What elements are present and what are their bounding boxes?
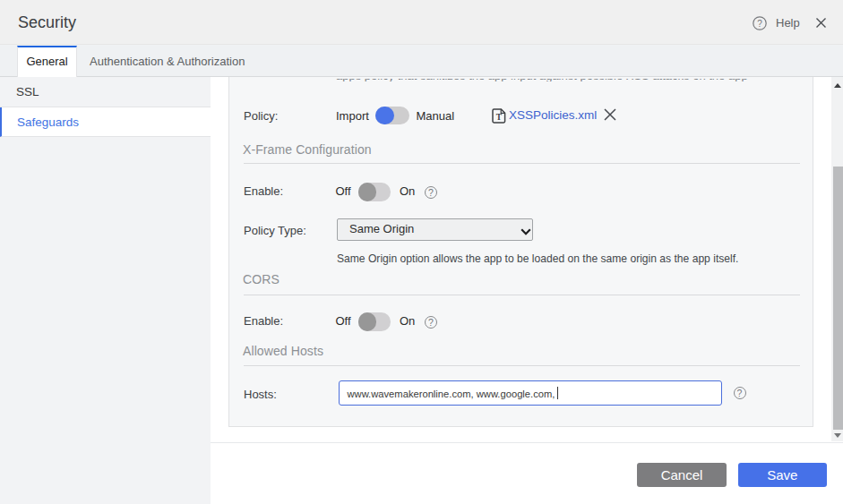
svg-text:?: ? <box>757 18 762 28</box>
svg-text:T: T <box>495 113 502 122</box>
